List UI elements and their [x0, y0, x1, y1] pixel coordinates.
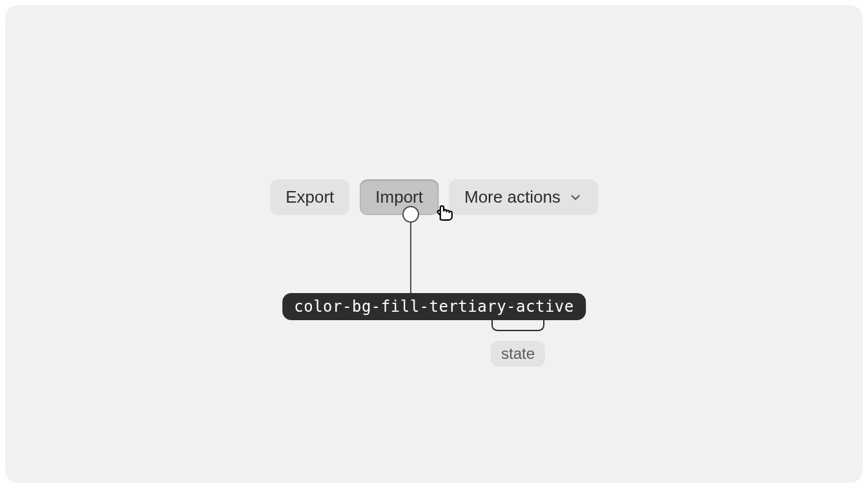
import-button-label: Import [375, 187, 423, 207]
annotation-state-label: state [501, 345, 535, 362]
annotation-bracket [491, 319, 545, 332]
import-button[interactable]: Import [360, 179, 439, 215]
more-actions-button[interactable]: More actions [449, 179, 598, 215]
more-actions-label: More actions [464, 187, 561, 207]
export-button[interactable]: Export [270, 179, 349, 215]
pointer-cursor-icon [432, 200, 454, 222]
chevron-down-icon [568, 190, 583, 205]
annotation-connector-line [410, 223, 411, 293]
design-token-pill: color-bg-fill-tertiary-active [282, 293, 586, 320]
annotation-anchor-dot [402, 206, 419, 223]
annotation-state-tag: state [491, 341, 545, 367]
diagram-canvas: Export Import More actions color-bg-fill… [5, 5, 863, 483]
design-token-text: color-bg-fill-tertiary-active [294, 298, 574, 316]
export-button-label: Export [285, 187, 334, 207]
